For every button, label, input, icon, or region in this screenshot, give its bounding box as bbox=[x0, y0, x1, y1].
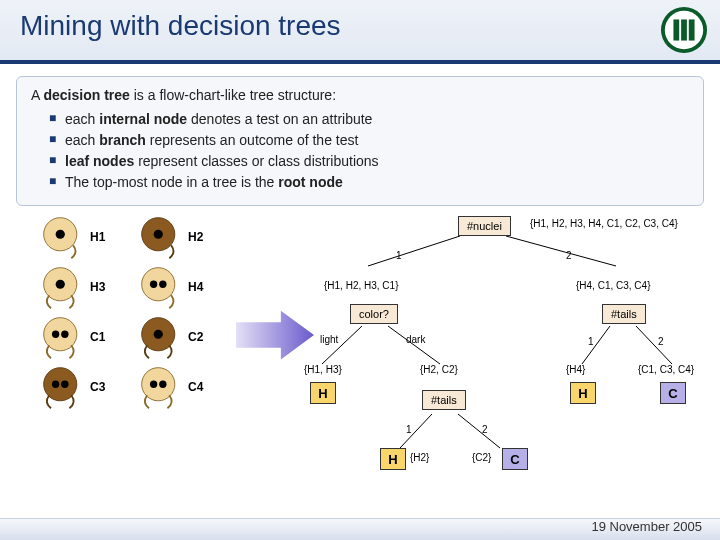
tree-edge-label: 1 bbox=[588, 336, 594, 347]
tree-root-set: {H1, H2, H3, H4, C1, C2, C3, C4} bbox=[530, 218, 678, 229]
cell-example: H2 bbox=[138, 214, 230, 260]
svg-point-20 bbox=[52, 381, 59, 388]
cell-c1-icon bbox=[40, 314, 86, 360]
svg-point-24 bbox=[159, 381, 166, 388]
slide-title: Mining with decision trees bbox=[20, 10, 700, 42]
tree-edge-label: 1 bbox=[406, 424, 412, 435]
svg-line-32 bbox=[400, 414, 432, 448]
cell-label: H3 bbox=[90, 280, 105, 294]
svg-line-28 bbox=[322, 326, 362, 364]
bullet-item: each internal node denotes a test on an … bbox=[49, 109, 689, 130]
cell-label: C1 bbox=[90, 330, 105, 344]
cell-label: H1 bbox=[90, 230, 105, 244]
cell-example: C1 bbox=[40, 314, 132, 360]
tree-node-tails: #tails bbox=[422, 390, 466, 410]
cell-label: C4 bbox=[188, 380, 203, 394]
cell-example: C4 bbox=[138, 364, 230, 410]
university-logo bbox=[660, 6, 708, 54]
cell-h2-icon bbox=[138, 214, 184, 260]
decision-tree: #nuclei {H1, H2, H3, H4, C1, C2, C3, C4}… bbox=[310, 214, 710, 504]
intro-suffix: is a flow-chart-like tree structure: bbox=[130, 87, 336, 103]
tree-leaf-c: C bbox=[502, 448, 528, 470]
tree-set: {H2, C2} bbox=[420, 364, 458, 375]
svg-marker-25 bbox=[236, 311, 314, 360]
svg-line-30 bbox=[582, 326, 610, 364]
cell-example: H1 bbox=[40, 214, 132, 260]
tree-node-color: color? bbox=[350, 304, 398, 324]
tree-leaf-c: C bbox=[660, 382, 686, 404]
svg-point-11 bbox=[142, 268, 175, 301]
cell-h3-icon bbox=[40, 264, 86, 310]
cell-c3-icon bbox=[40, 364, 86, 410]
tree-set: {H4} bbox=[566, 364, 585, 375]
cell-label: C3 bbox=[90, 380, 105, 394]
tree-node-tails: #tails bbox=[602, 304, 646, 324]
tree-edge-label: 2 bbox=[566, 250, 572, 261]
svg-point-16 bbox=[61, 331, 68, 338]
bullet-list: each internal node denotes a test on an … bbox=[31, 109, 689, 193]
cell-c4-icon bbox=[138, 364, 184, 410]
tree-edge-label: light bbox=[320, 334, 338, 345]
svg-point-18 bbox=[154, 330, 163, 339]
svg-line-31 bbox=[636, 326, 672, 364]
tree-edge-label: 2 bbox=[482, 424, 488, 435]
tree-set: {H2} bbox=[410, 452, 429, 463]
tree-edge-label: dark bbox=[406, 334, 425, 345]
diagram-area: H1 H2 H3 H4 bbox=[0, 214, 720, 514]
tree-set: {H4, C1, C3, C4} bbox=[576, 280, 650, 291]
intro-bold: decision tree bbox=[43, 87, 129, 103]
tree-set: {C1, C3, C4} bbox=[638, 364, 694, 375]
svg-line-29 bbox=[388, 326, 440, 364]
cell-label: C2 bbox=[188, 330, 203, 344]
tree-set: {H1, H3} bbox=[304, 364, 342, 375]
cell-example: C3 bbox=[40, 364, 132, 410]
bullet-item: The top-most node in a tree is the root … bbox=[49, 172, 689, 193]
tree-leaf-h: H bbox=[310, 382, 336, 404]
cell-c2-icon bbox=[138, 314, 184, 360]
svg-rect-2 bbox=[673, 19, 679, 40]
svg-point-13 bbox=[159, 281, 166, 288]
cell-example: H4 bbox=[138, 264, 230, 310]
svg-point-10 bbox=[56, 280, 65, 289]
tree-leaf-h: H bbox=[570, 382, 596, 404]
svg-line-26 bbox=[368, 236, 460, 266]
tree-leaf-h: H bbox=[380, 448, 406, 470]
cell-label: H4 bbox=[188, 280, 203, 294]
intro-prefix: A bbox=[31, 87, 43, 103]
svg-point-21 bbox=[61, 381, 68, 388]
cell-examples-grid: H1 H2 H3 H4 bbox=[40, 214, 230, 410]
cell-h4-icon bbox=[138, 264, 184, 310]
svg-point-15 bbox=[52, 331, 59, 338]
svg-point-12 bbox=[150, 281, 157, 288]
footer-date: 19 November 2005 bbox=[591, 519, 702, 534]
tree-set: {C2} bbox=[472, 452, 491, 463]
svg-rect-3 bbox=[681, 19, 687, 40]
bullet-item: each branch represents an outcome of the… bbox=[49, 130, 689, 151]
svg-point-6 bbox=[56, 230, 65, 239]
svg-line-27 bbox=[506, 236, 616, 266]
transition-arrow-icon bbox=[236, 310, 314, 360]
svg-line-33 bbox=[458, 414, 500, 448]
bullet-item: leaf nodes represent classes or class di… bbox=[49, 151, 689, 172]
cell-h1-icon bbox=[40, 214, 86, 260]
tree-node-nuclei: #nuclei bbox=[458, 216, 511, 236]
svg-point-23 bbox=[150, 381, 157, 388]
svg-point-8 bbox=[154, 230, 163, 239]
slide-header: Mining with decision trees bbox=[0, 0, 720, 64]
tree-set: {H1, H2, H3, C1} bbox=[324, 280, 398, 291]
cell-example: C2 bbox=[138, 314, 230, 360]
intro-box: A decision tree is a flow-chart-like tre… bbox=[16, 76, 704, 206]
tree-edge-label: 2 bbox=[658, 336, 664, 347]
svg-rect-4 bbox=[689, 19, 695, 40]
cell-label: H2 bbox=[188, 230, 203, 244]
cell-example: H3 bbox=[40, 264, 132, 310]
intro-text: A decision tree is a flow-chart-like tre… bbox=[31, 87, 689, 103]
tree-edge-label: 1 bbox=[396, 250, 402, 261]
